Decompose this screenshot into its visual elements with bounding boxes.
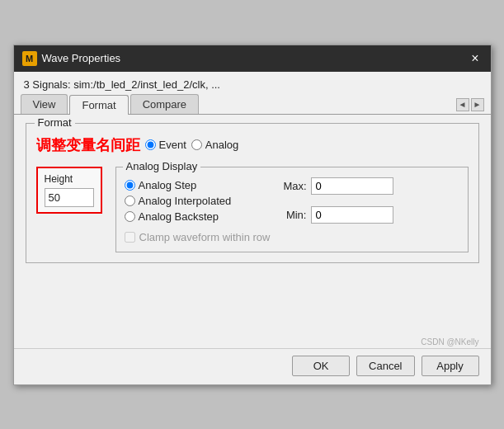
tabs-row: View Format Compare ◄ ►	[14, 94, 491, 115]
min-input[interactable]	[311, 206, 393, 224]
min-row: Min:	[283, 206, 393, 224]
height-input[interactable]	[45, 188, 94, 207]
tab-view[interactable]: View	[21, 94, 68, 114]
analog-step-label[interactable]: Analog Step	[125, 179, 271, 191]
max-row: Max:	[283, 177, 393, 195]
analog-interpolated-radio[interactable]	[125, 196, 135, 206]
analog-display-title: Analog Display	[123, 160, 201, 172]
close-button[interactable]: ×	[468, 52, 482, 65]
analog-step-radio[interactable]	[125, 180, 135, 191]
analog-backstep-text: Analog Backstep	[139, 210, 219, 223]
tabs-container: View Format Compare	[21, 94, 200, 114]
clamp-checkbox-label[interactable]: Clamp waveform within row	[125, 231, 271, 243]
subtitle-text: 3 Signals: sim:/tb_led_2/inst_led_2/clk,…	[14, 72, 491, 94]
watermark: CSDN @NKelly	[14, 337, 491, 348]
title-bar: M Wave Properties ×	[14, 45, 491, 72]
button-bar: OK Cancel Apply	[14, 348, 491, 384]
format-group: Format 调整变量名间距 Event Analog Height	[26, 123, 479, 263]
analog-radio-label[interactable]: Analog	[191, 139, 238, 151]
analog-step-text: Analog Step	[139, 179, 197, 191]
empty-area	[26, 263, 479, 329]
analog-backstep-label[interactable]: Analog Backstep	[125, 210, 271, 223]
tab-scroll-right-icon[interactable]: ►	[471, 98, 484, 111]
tab-compare[interactable]: Compare	[130, 94, 199, 114]
clamp-checkbox[interactable]	[125, 232, 135, 243]
tab-scroll-left-icon[interactable]: ◄	[456, 98, 469, 111]
apply-button[interactable]: Apply	[422, 356, 479, 376]
analog-display-box: Analog Display Analog Step Analog Interp…	[115, 167, 469, 252]
analog-interpolated-text: Analog Interpolated	[139, 195, 232, 207]
cancel-button[interactable]: Cancel	[356, 356, 414, 376]
tab-arrows: ◄ ►	[456, 98, 484, 114]
height-label: Height	[45, 173, 94, 185]
clamp-text: Clamp waveform within row	[139, 231, 271, 243]
max-label: Max:	[283, 180, 306, 192]
ok-button[interactable]: OK	[292, 356, 350, 376]
clamp-row: Clamp waveform within row	[125, 231, 271, 243]
analog-options: Analog Step Analog Interpolated Analog B…	[125, 179, 271, 243]
max-input[interactable]	[311, 177, 393, 195]
dialog-content: Format 调整变量名间距 Event Analog Height	[14, 115, 491, 337]
app-logo-icon: M	[22, 51, 37, 66]
analog-backstep-radio[interactable]	[125, 211, 135, 222]
title-bar-left: M Wave Properties	[22, 51, 121, 66]
main-fields-row: Height Analog Display Analog Step	[36, 167, 469, 252]
analog-label: Analog	[205, 139, 238, 151]
dialog-title: Wave Properties	[42, 52, 121, 64]
analog-interpolated-label[interactable]: Analog Interpolated	[125, 195, 271, 207]
analog-radio[interactable]	[191, 139, 202, 150]
event-radio[interactable]	[145, 139, 156, 150]
height-box: Height	[36, 167, 102, 214]
format-group-title: Format	[35, 116, 75, 129]
wave-properties-dialog: M Wave Properties × 3 Signals: sim:/tb_l…	[13, 45, 492, 385]
event-radio-label[interactable]: Event	[145, 139, 186, 151]
annotation-text: 调整变量名间距	[36, 135, 140, 155]
minmax-container: Max: Min:	[283, 177, 393, 243]
min-label: Min:	[283, 209, 306, 221]
tab-format[interactable]: Format	[69, 95, 128, 115]
event-label: Event	[159, 139, 186, 151]
format-row: 调整变量名间距 Event Analog	[36, 135, 469, 155]
